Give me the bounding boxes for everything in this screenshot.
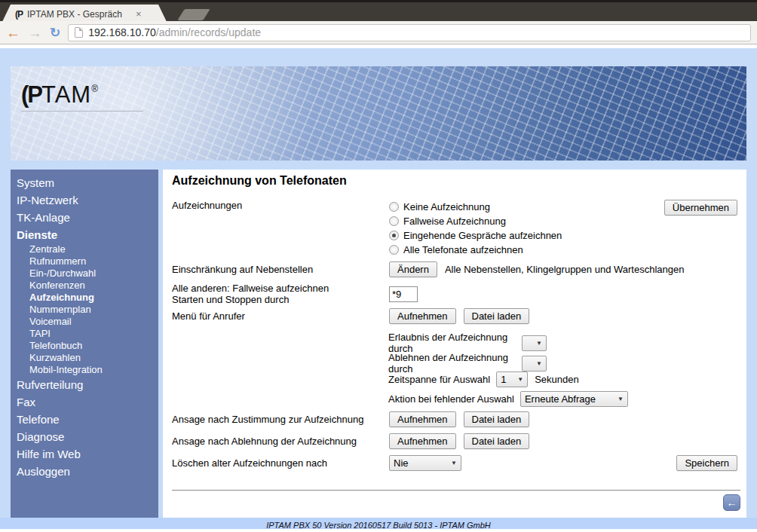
recordings-radio-group: Keine Aufzeichnung Fallweise Aufzeichnun… — [389, 200, 562, 257]
logo-ip-mark: (P — [21, 81, 41, 108]
logo-tam-text: TAM — [41, 81, 91, 108]
missing-action-select[interactable]: Erneute Abfrage ▼ — [520, 391, 628, 407]
main-content: Aufzeichnung von Telefonaten Übernehmen … — [163, 170, 746, 518]
dropdown-arrow-icon: ▼ — [517, 376, 523, 383]
timespan-select[interactable]: 1 ▼ — [496, 371, 528, 387]
sidebar-item-telefone[interactable]: Telefone — [11, 411, 158, 428]
missing-action-select-value: Erneute Abfrage — [525, 393, 596, 405]
sidebar-item-rufverteilung[interactable]: Rufverteilung — [11, 376, 158, 393]
browser-tabstrip: (P IPTAM PBX - Gespräch × — [0, 0, 757, 21]
sidebar-item-mobil-integration[interactable]: Mobil-Integration — [11, 364, 158, 376]
sidebar-item-hilfe-im-web[interactable]: Hilfe im Web — [11, 445, 158, 463]
header-banner: (PTAM® — [11, 66, 746, 161]
sidebar-item-voicemail[interactable]: Voicemail — [11, 316, 158, 328]
dropdown-arrow-icon: ▼ — [536, 360, 542, 367]
timespan-label: Zeitspanne für Auswahl — [388, 374, 490, 385]
sidebar-item-kurzwahlen[interactable]: Kurzwahlen — [11, 352, 158, 364]
radio-icon-checked[interactable] — [389, 231, 399, 240]
radio-option-label: Eingehende Gespräche aufzeichnen — [403, 230, 562, 241]
sidebar-nav: System IP-Netzwerk TK-Anlage Dienste Zen… — [11, 170, 158, 518]
timespan-row: Zeitspanne für Auswahl 1 ▼ Sekunden — [388, 371, 579, 387]
page-document-icon — [75, 27, 83, 38]
sidebar-item-aufzeichnung-active[interactable]: Aufzeichnung — [11, 292, 158, 304]
consent-announcement-row: Ansage nach Zustimmung zur Aufzeichnung … — [172, 411, 529, 427]
footer-bar: IPTAM PBX 50 Version 20160517 Build 5013… — [0, 518, 757, 529]
tab-close-icon[interactable]: × — [136, 9, 142, 19]
caller-menu-label: Menü für Anrufer — [172, 310, 389, 322]
decline-record-button[interactable]: Aufnehmen — [389, 433, 456, 449]
fallwise-label: Alle anderen: Fallweise aufzeichnen Star… — [172, 283, 389, 305]
page-title: Aufzeichnung von Telefonaten — [172, 174, 347, 188]
caller-menu-load-button[interactable]: Datei laden — [464, 308, 530, 324]
missing-action-label: Aktion bei fehlender Auswahl — [388, 393, 514, 405]
browser-toolbar: ← → ↻ 192.168.10.70/admin/records/update — [0, 21, 757, 44]
logo-underline — [21, 110, 143, 112]
timespan-select-value: 1 — [501, 374, 506, 385]
sidebar-item-tapi[interactable]: TAPI — [11, 328, 158, 340]
timespan-suffix: Sekunden — [535, 374, 579, 385]
restriction-row: Einschränkung auf Nebenstellen Ändern Al… — [172, 261, 684, 277]
sidebar-item-rufnummern[interactable]: Rufnummern — [11, 255, 158, 268]
recordings-row: Aufzeichnungen Keine Aufzeichnung Fallwe… — [172, 200, 562, 257]
browser-reload-icon[interactable]: ↻ — [50, 26, 60, 39]
sidebar-item-diagnose[interactable]: Diagnose — [11, 428, 158, 445]
url-bar[interactable]: 192.168.10.70/admin/records/update — [68, 24, 751, 41]
content-divider — [172, 490, 740, 491]
sidebar-item-tk-anlage[interactable]: TK-Anlage — [11, 209, 158, 226]
fallwise-row: Alle anderen: Fallweise aufzeichnen Star… — [172, 283, 418, 305]
radio-option-label: Fallweise Aufzeichnung — [403, 216, 506, 227]
delete-old-select-value: Nie — [394, 457, 409, 469]
new-tab-button[interactable] — [177, 9, 210, 20]
sidebar-item-fax[interactable]: Fax — [11, 393, 158, 411]
sidebar-item-dienste[interactable]: Dienste — [11, 226, 158, 243]
decline-announcement-row: Ansage nach Ablehnung der Aufzeichnung A… — [172, 433, 529, 449]
radio-option-keine[interactable]: Keine Aufzeichnung — [389, 200, 562, 214]
radio-option-label: Alle Telefonate aufzeichnen — [403, 244, 523, 255]
fallwise-code-input[interactable] — [389, 286, 418, 302]
consent-announcement-label: Ansage nach Zustimmung zur Aufzeichnung — [172, 414, 389, 425]
dropdown-arrow-icon: ▼ — [536, 340, 542, 347]
page-background: (PTAM® System IP-Netzwerk TK-Anlage Dien… — [0, 48, 757, 529]
logo-registered-mark: ® — [91, 84, 98, 94]
browser-forward-icon[interactable]: → — [28, 26, 42, 40]
change-button[interactable]: Ändern — [389, 261, 437, 277]
apply-button[interactable]: Übernehmen — [664, 200, 737, 216]
permit-select[interactable]: ▼ — [522, 335, 547, 351]
radio-icon[interactable] — [389, 245, 399, 255]
radio-option-eingehende[interactable]: Eingehende Gespräche aufzeichnen — [389, 228, 562, 243]
footer-version-text: IPTAM PBX 50 Version 20160517 Build 5013… — [266, 521, 491, 530]
radio-option-fallweise[interactable]: Fallweise Aufzeichnung — [389, 214, 562, 228]
consent-load-button[interactable]: Datei laden — [464, 411, 530, 427]
permit-row: Erlaubnis der Aufzeichnung durch ▼ — [388, 332, 547, 354]
radio-icon[interactable] — [389, 202, 399, 212]
browser-back-icon[interactable]: ← — [6, 26, 20, 40]
decline-announcement-label: Ansage nach Ablehnung der Aufzeichnung — [172, 436, 389, 447]
dropdown-arrow-icon: ▼ — [451, 460, 457, 466]
permit-label: Erlaubnis der Aufzeichnung durch — [388, 332, 522, 354]
url-path: /admin/records/update — [156, 26, 261, 38]
sidebar-item-ip-netzwerk[interactable]: IP-Netzwerk — [11, 191, 158, 209]
sidebar-item-system[interactable]: System — [11, 174, 158, 191]
sidebar-item-ein-durchwahl[interactable]: Ein-/Durchwahl — [11, 268, 158, 280]
decline-select[interactable]: ▼ — [522, 356, 547, 371]
caller-menu-record-button[interactable]: Aufnehmen — [389, 308, 456, 324]
iptam-logo: (PTAM® — [21, 77, 143, 112]
consent-record-button[interactable]: Aufnehmen — [389, 411, 456, 427]
decline-load-button[interactable]: Datei laden — [464, 433, 530, 449]
sidebar-item-zentrale[interactable]: Zentrale — [11, 243, 158, 255]
back-arrow-button[interactable]: ← — [723, 494, 740, 511]
restriction-note: Alle Nebenstellen, Klingelgruppen und Wa… — [445, 264, 685, 275]
radio-option-label: Keine Aufzeichnung — [403, 201, 490, 212]
delete-old-select[interactable]: Nie ▼ — [389, 455, 461, 471]
radio-option-alle[interactable]: Alle Telefonate aufzeichnen — [389, 243, 562, 257]
radio-icon[interactable] — [389, 216, 399, 226]
missing-action-row: Aktion bei fehlender Auswahl Erneute Abf… — [388, 391, 628, 407]
sidebar-item-ausloggen[interactable]: Ausloggen — [11, 463, 158, 480]
delete-old-label: Löschen alter Aufzeichnungen nach — [172, 457, 389, 469]
caller-menu-row: Menü für Anrufer Aufnehmen Datei laden — [172, 308, 529, 324]
sidebar-item-telefonbuch[interactable]: Telefonbuch — [11, 340, 158, 352]
save-button[interactable]: Speichern — [676, 455, 737, 471]
dropdown-arrow-icon: ▼ — [618, 396, 624, 402]
sidebar-item-konferenzen[interactable]: Konferenzen — [11, 280, 158, 292]
sidebar-item-nummernplan[interactable]: Nummernplan — [11, 304, 158, 316]
